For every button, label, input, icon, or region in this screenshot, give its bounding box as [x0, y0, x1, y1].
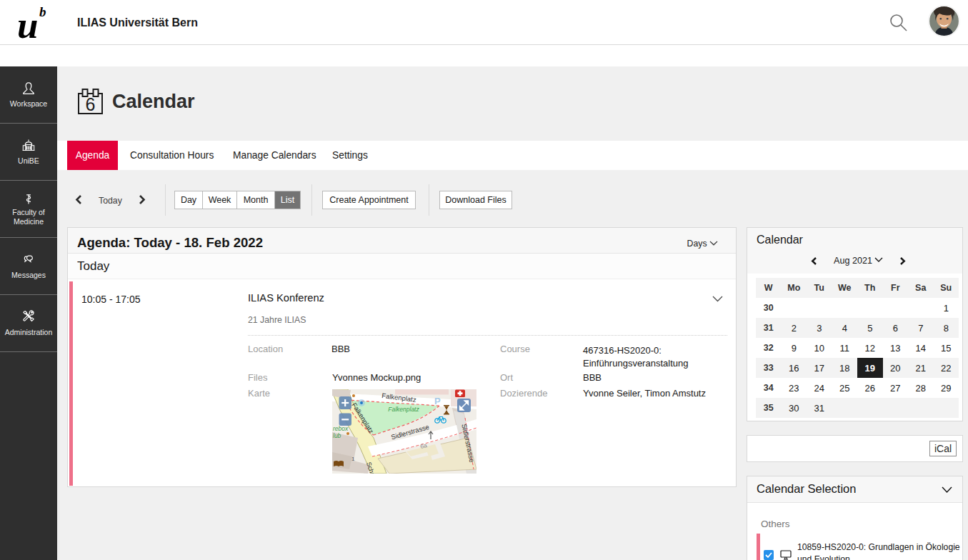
svg-text:P: P: [434, 396, 441, 406]
svg-text:Falkenplatz: Falkenplatz: [388, 406, 419, 413]
svg-text:1: 1: [351, 456, 355, 462]
svg-text:lub: lub: [333, 432, 341, 439]
svg-text:6: 6: [86, 94, 96, 114]
svg-text:rebox: rebox: [333, 425, 349, 432]
